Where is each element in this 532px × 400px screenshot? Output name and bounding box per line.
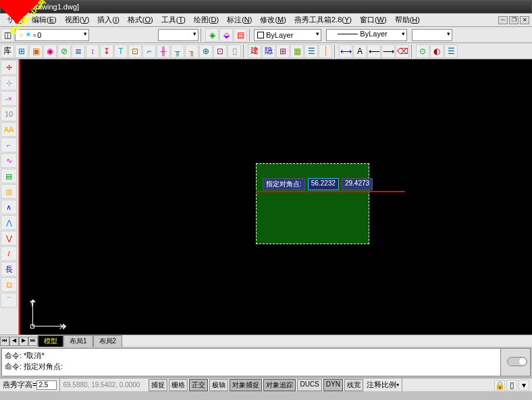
menu-bar: サ(F)编辑(E)视图(V)插入(I)格式(O)工具(T)绘图(D)标注(N)修… xyxy=(0,13,532,27)
menu-i[interactable]: 插入(I) xyxy=(93,13,123,26)
menu-w[interactable]: 窗口(W) xyxy=(356,13,391,26)
linetype-dropdown[interactable]: ByLayer xyxy=(326,29,407,41)
minimize-button[interactable]: ─ xyxy=(498,16,508,24)
toolbar-main: 库⊞▣◉⊘≣↕↧T⊡⌐╫╥╖⊕⊡⌷建隐⊞▦☰┊⟷A⟵⟶⌫⊙◐☰ xyxy=(0,43,532,59)
menu-d[interactable]: 绘图(D) xyxy=(190,13,223,26)
toolbar-icon-22[interactable]: ☰ xyxy=(304,45,318,58)
status-DYN[interactable]: DYN xyxy=(323,379,343,391)
toolbar-icon-6[interactable]: ↕ xyxy=(86,45,99,58)
tb-icon-2[interactable]: ⬙ xyxy=(219,28,233,42)
command-history-line: 命令: *取消* xyxy=(5,350,498,361)
toolbar-icon-19[interactable]: 隐 xyxy=(262,45,275,58)
toolbar-icon-14[interactable]: ⊕ xyxy=(199,45,213,58)
left-tool-5[interactable]: ⌐ xyxy=(1,138,17,152)
toolbar-icon-9[interactable]: ⊡ xyxy=(128,45,142,58)
command-window[interactable]: 命令: *取消* 命令: 指定对角点: xyxy=(1,348,531,376)
close-button[interactable]: ✕ xyxy=(520,16,529,24)
annotation-scale-label: 注释比例 xyxy=(367,380,396,390)
menu-n[interactable]: 标注(N) xyxy=(223,13,256,26)
cmd-toggle[interactable] xyxy=(507,357,527,366)
tab-first-button[interactable]: ⏮ xyxy=(0,337,9,346)
tab-next-button[interactable]: ▶ xyxy=(19,337,28,346)
sb-icon-2[interactable]: ▯ xyxy=(506,380,517,391)
toolbar-icon-1[interactable]: ⊞ xyxy=(15,45,28,58)
left-tool-8[interactable]: ▥ xyxy=(1,184,17,199)
toolbar-icon-0[interactable]: 库 xyxy=(1,45,14,58)
toolbar-icon-29[interactable]: ⌫ xyxy=(396,45,409,58)
toolbar-icon-21[interactable]: ▦ xyxy=(290,45,304,58)
left-toolbar: ✛⊹-×10AA⌐∿▤▥∧⋀⋁/長⊡⌒ xyxy=(0,59,19,335)
color-dropdown[interactable] xyxy=(158,29,198,41)
menu-t[interactable]: 工具(T) xyxy=(157,13,190,26)
toolbar-icon-31[interactable]: ⊙ xyxy=(416,45,429,58)
toolbar-icon-13[interactable]: ╖ xyxy=(185,45,198,58)
dynamic-input-x[interactable]: 56.2232 xyxy=(308,178,339,190)
left-tool-12[interactable]: / xyxy=(1,246,17,261)
toolbar-icon-32[interactable]: ◐ xyxy=(430,45,444,58)
toolbar-icon-26[interactable]: A xyxy=(353,45,367,58)
left-tool-0[interactable]: ✛ xyxy=(1,60,17,75)
layout-tabs: ⏮ ◀ ▶ ⏭ 模型布局1布局2 xyxy=(0,335,532,347)
toolbar-icon-7[interactable]: ↧ xyxy=(100,45,113,58)
status-极轴[interactable]: 极轴 xyxy=(209,379,228,391)
status-正交[interactable]: 正交 xyxy=(189,379,208,391)
toolbar-icon-11[interactable]: ╫ xyxy=(157,45,170,58)
status-DUCS[interactable]: DUCS xyxy=(297,379,321,391)
toolbar-icon-15[interactable]: ⊡ xyxy=(213,45,227,58)
toolbar-icon-16[interactable]: ⌷ xyxy=(228,45,241,58)
lineweight-dropdown[interactable] xyxy=(412,29,452,41)
ucs-x-label: X xyxy=(59,322,64,331)
left-tool-3[interactable]: 10 xyxy=(1,107,17,121)
sb-icon-3[interactable]: ▾ xyxy=(518,380,529,391)
left-tool-2[interactable]: -× xyxy=(1,91,17,106)
left-tool-7[interactable]: ▤ xyxy=(1,169,17,183)
tab-last-button[interactable]: ⏭ xyxy=(28,337,38,346)
left-tool-11[interactable]: ⋁ xyxy=(1,231,17,246)
tb-icon-1[interactable]: ◈ xyxy=(205,28,219,42)
menu-h[interactable]: 帮助(H) xyxy=(391,13,424,26)
left-tool-13[interactable]: 長 xyxy=(1,262,17,277)
status-对象捕捉[interactable]: 对象捕捉 xyxy=(230,379,262,391)
tab-prev-button[interactable]: ◀ xyxy=(9,337,19,346)
toolbar-icon-4[interactable]: ⊘ xyxy=(57,45,71,58)
toolbar-icon-18[interactable]: 建 xyxy=(248,45,261,58)
color-bylayer-dropdown[interactable]: ByLayer xyxy=(254,29,321,41)
toolbar-icon-2[interactable]: ▣ xyxy=(29,45,43,58)
left-tool-4[interactable]: AA xyxy=(1,122,17,137)
toolbar-icon-25[interactable]: ⟷ xyxy=(339,45,352,58)
drawing-canvas[interactable]: 指定对角点: 56.2232 29.4273 Y X xyxy=(19,59,532,335)
status-线宽[interactable]: 线宽 xyxy=(344,379,363,391)
layer-dropdown[interactable]: ♀☀▫ 0 xyxy=(15,29,89,41)
toolbar-icon-8[interactable]: T xyxy=(114,45,128,58)
toolbar-icon-12[interactable]: ╥ xyxy=(171,45,184,58)
menu-o[interactable]: 格式(O) xyxy=(124,13,157,26)
left-tool-10[interactable]: ⋀ xyxy=(1,215,17,230)
left-tool-15[interactable]: ⌒ xyxy=(1,293,17,308)
toolbar-icon-33[interactable]: ☰ xyxy=(444,45,458,58)
left-tool-6[interactable]: ∿ xyxy=(1,153,17,168)
menu-m[interactable]: 修改(M) xyxy=(256,13,290,26)
tab-布局2[interactable]: 布局2 xyxy=(93,335,123,347)
maximize-button[interactable]: ❐ xyxy=(509,16,518,24)
tab-模型[interactable]: 模型 xyxy=(38,335,63,347)
left-tool-1[interactable]: ⊹ xyxy=(1,76,17,90)
toolbar-icon-10[interactable]: ⌐ xyxy=(142,45,156,58)
toolbar-icon-23[interactable]: ┊ xyxy=(319,45,332,58)
dynamic-input-y[interactable]: 29.4273 xyxy=(342,178,373,190)
toolbar-icon-27[interactable]: ⟵ xyxy=(367,45,381,58)
lock-icon[interactable]: 🔒 xyxy=(494,380,505,391)
toolbar-icon-5[interactable]: ≣ xyxy=(72,45,85,58)
menu-y[interactable]: 燕秀工具箱2.8(Y) xyxy=(290,13,356,26)
toolbar-icon-20[interactable]: ⊞ xyxy=(276,45,290,58)
left-tool-14[interactable]: ⊡ xyxy=(1,277,17,292)
toolbar-icon-28[interactable]: ⟶ xyxy=(381,45,395,58)
tb-icon-3[interactable]: ▤ xyxy=(234,28,247,42)
text-height-input[interactable] xyxy=(36,380,57,390)
status-对象追踪[interactable]: 对象追踪 xyxy=(263,379,296,391)
tab-布局1[interactable]: 布局1 xyxy=(63,335,93,347)
left-tool-9[interactable]: ∧ xyxy=(1,200,17,215)
status-栅格[interactable]: 栅格 xyxy=(169,379,188,391)
toolbar-icon-3[interactable]: ◉ xyxy=(43,45,57,58)
menu-v[interactable]: 视图(V) xyxy=(61,13,94,26)
status-捕捉[interactable]: 捕捉 xyxy=(149,379,167,391)
